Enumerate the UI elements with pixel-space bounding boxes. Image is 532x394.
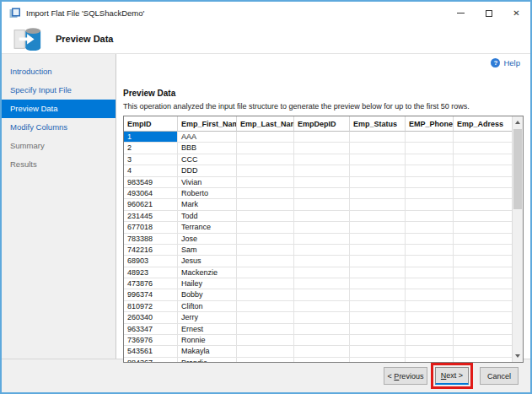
minimize-button[interactable] [447, 2, 475, 24]
table-cell[interactable]: Todd [178, 211, 237, 222]
table-cell[interactable] [294, 177, 350, 188]
table-cell[interactable] [350, 267, 406, 278]
table-cell[interactable] [237, 301, 294, 312]
table-cell[interactable]: Jesus [178, 256, 237, 267]
table-cell[interactable] [454, 199, 512, 210]
vertical-scrollbar[interactable] [512, 116, 523, 362]
table-cell[interactable] [350, 143, 406, 154]
table-cell[interactable] [294, 154, 350, 165]
table-cell[interactable] [237, 177, 294, 188]
table-cell[interactable] [237, 256, 294, 267]
table-cell[interactable]: Roberto [178, 188, 237, 199]
table-cell[interactable] [237, 234, 294, 245]
table-cell[interactable] [454, 222, 512, 233]
table-cell[interactable] [406, 177, 454, 188]
sidebar-item-modify-columns[interactable]: Modify Columns [2, 118, 116, 137]
table-cell[interactable]: 963347 [124, 324, 178, 335]
table-cell[interactable]: Terrance [178, 222, 237, 233]
column-header[interactable]: EMP_PhoneNum [406, 116, 454, 132]
table-cell[interactable] [237, 154, 294, 165]
table-cell[interactable]: Vivian [178, 177, 237, 188]
table-cell[interactable]: 960621 [124, 199, 178, 210]
table-cell[interactable] [294, 234, 350, 245]
table-cell[interactable] [294, 199, 350, 210]
table-cell[interactable] [406, 143, 454, 154]
column-header[interactable]: Emp_Adress [454, 116, 512, 132]
table-cell[interactable] [350, 211, 406, 222]
table-cell[interactable] [454, 245, 512, 256]
table-cell[interactable] [350, 346, 406, 357]
table-cell[interactable]: Hailey [178, 278, 237, 289]
table-cell[interactable]: Jose [178, 234, 237, 245]
table-cell[interactable]: 783388 [124, 234, 178, 245]
table-cell[interactable] [294, 312, 350, 323]
table-cell[interactable] [237, 199, 294, 210]
table-cell[interactable]: 543561 [124, 346, 178, 357]
table-cell[interactable] [237, 289, 294, 300]
table-cell[interactable] [406, 132, 454, 143]
table-cell[interactable] [294, 165, 350, 176]
table-cell[interactable] [237, 222, 294, 233]
table-cell[interactable] [406, 335, 454, 346]
column-header[interactable]: EmpID [124, 116, 178, 132]
table-cell[interactable] [350, 335, 406, 346]
next-button[interactable]: Next > [435, 367, 469, 385]
table-cell[interactable]: 810972 [124, 301, 178, 312]
table-cell[interactable] [406, 154, 454, 165]
table-cell[interactable]: Bobby [178, 289, 237, 300]
table-cell[interactable]: Brandie [178, 358, 237, 362]
table-cell[interactable] [454, 234, 512, 245]
table-cell[interactable]: 4 [124, 165, 178, 176]
table-cell[interactable] [350, 234, 406, 245]
scroll-down-button[interactable] [513, 350, 523, 362]
table-cell[interactable] [406, 245, 454, 256]
table-cell[interactable] [350, 177, 406, 188]
table-cell[interactable] [294, 132, 350, 143]
table-cell[interactable]: 473876 [124, 278, 178, 289]
table-cell[interactable] [406, 222, 454, 233]
table-cell[interactable] [294, 324, 350, 335]
table-cell[interactable] [294, 335, 350, 346]
table-cell[interactable] [350, 358, 406, 362]
table-cell[interactable] [350, 188, 406, 199]
table-cell[interactable] [406, 324, 454, 335]
scrollbar-track[interactable] [513, 128, 523, 350]
scroll-up-button[interactable] [513, 116, 523, 128]
table-cell[interactable] [406, 289, 454, 300]
table-cell[interactable] [350, 278, 406, 289]
table-cell[interactable] [406, 267, 454, 278]
sidebar-item-preview-data[interactable]: Preview Data [2, 100, 116, 118]
table-cell[interactable]: 3 [124, 154, 178, 165]
table-cell[interactable] [454, 312, 512, 323]
table-cell[interactable] [454, 177, 512, 188]
table-cell[interactable] [294, 289, 350, 300]
table-cell[interactable]: 884367 [124, 358, 178, 362]
table-cell[interactable] [406, 199, 454, 210]
table-cell[interactable] [454, 154, 512, 165]
table-cell[interactable]: Clifton [178, 301, 237, 312]
table-cell[interactable]: AAA [178, 132, 237, 143]
table-cell[interactable]: 742216 [124, 245, 178, 256]
table-cell[interactable]: Jerry [178, 312, 237, 323]
table-cell[interactable] [294, 211, 350, 222]
maximize-button[interactable] [475, 2, 502, 24]
table-cell[interactable] [406, 301, 454, 312]
table-cell[interactable]: 260340 [124, 312, 178, 323]
table-cell[interactable]: DDD [178, 165, 237, 176]
table-cell[interactable] [350, 324, 406, 335]
table-cell[interactable] [294, 256, 350, 267]
column-header[interactable]: Emp_Last_Name [237, 116, 294, 132]
table-cell[interactable]: Makayla [178, 346, 237, 357]
table-cell[interactable] [294, 245, 350, 256]
table-cell[interactable]: 2 [124, 143, 178, 154]
table-cell[interactable] [406, 211, 454, 222]
sidebar-item-introduction[interactable]: Introduction [2, 62, 116, 81]
table-cell[interactable] [406, 278, 454, 289]
table-cell[interactable] [237, 346, 294, 357]
table-cell[interactable]: 677018 [124, 222, 178, 233]
table-cell[interactable] [454, 267, 512, 278]
table-cell[interactable] [237, 278, 294, 289]
table-cell[interactable]: Ernest [178, 324, 237, 335]
table-cell[interactable] [454, 289, 512, 300]
table-cell[interactable] [406, 346, 454, 357]
